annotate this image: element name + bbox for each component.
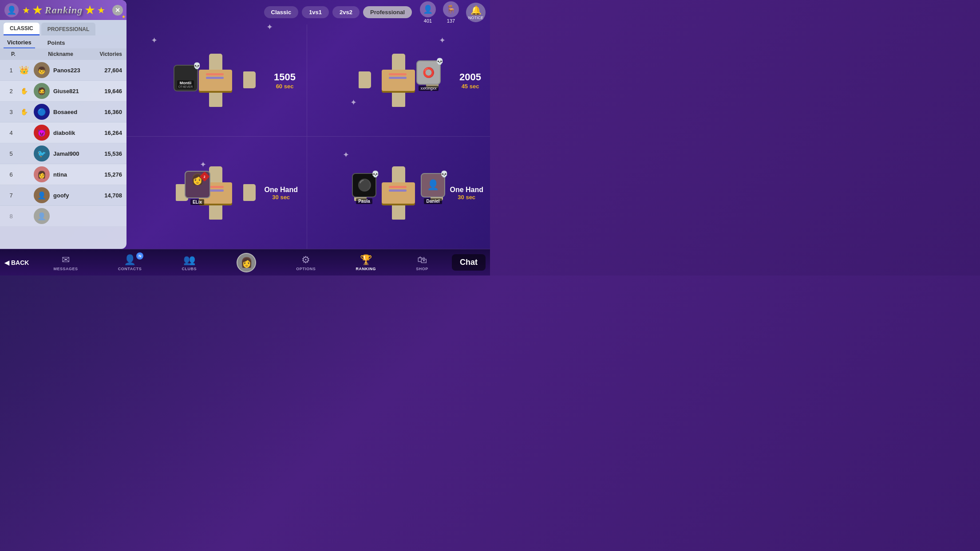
table-row[interactable]: 1 👑 👦 Panos223 27,604 (0, 60, 126, 81)
player-3-victories: 16,360 (87, 109, 122, 115)
chair-top-2 (392, 54, 405, 71)
options-icon: ⚙ (301, 254, 310, 266)
ranking-nav-label: RANKING (356, 267, 376, 271)
table4-timer: 30 sec (450, 193, 483, 200)
rank-3-badge: ✋ (18, 108, 30, 115)
player-xxkingxx[interactable]: ⭕ 💀 xxKingxx (416, 60, 441, 91)
game-table-3[interactable]: 👩 2 ELix One Hand 30 sec (124, 137, 307, 249)
mode-btn-2vs2[interactable]: 2vs2 (332, 6, 360, 18)
user-icon[interactable]: 👤 ★ (4, 3, 19, 17)
messages-label: MESSAGES (54, 267, 78, 271)
table-row[interactable]: 4 😈 diabolik 16,264 (0, 122, 126, 143)
nav-item-shop[interactable]: 🛍 SHOP (416, 254, 428, 271)
table-surface-4 (382, 182, 415, 204)
table4-info: One Hand 30 sec (450, 185, 483, 200)
chair-top-3 (209, 166, 222, 183)
player-elix[interactable]: 👩 2 ELix (185, 171, 210, 205)
tables-count: 137 (447, 18, 455, 24)
chair-bottom-4 (392, 203, 405, 220)
game-table-1[interactable]: Montii OT4EVER 💀 1505 60 sec (124, 24, 307, 137)
table-row[interactable]: 5 🐦 Jamal900 15,536 (0, 143, 126, 164)
tab-professional[interactable]: PROFESSIONAL (41, 23, 96, 35)
game-table-2[interactable]: ⭕ 💀 xxKingxx 2005 45 sec (307, 24, 490, 137)
table-row[interactable]: 7 👤 goofy 14,708 (0, 185, 126, 206)
table-row[interactable]: 2 ✋ 🧔 Giuse821 19,646 (0, 81, 126, 102)
mode-btn-professional[interactable]: Professional (363, 6, 412, 18)
subtab-victories[interactable]: Victories (4, 37, 35, 48)
player-2-victories: 19,646 (87, 88, 122, 94)
player-6-avatar: 👩 (34, 166, 50, 182)
ranking-title-text: Ranking (45, 4, 83, 16)
notice-button[interactable]: 🔔 NOTICE (466, 3, 486, 22)
mode-btn-classic[interactable]: Classic (264, 6, 299, 18)
bottom-nav: ◀ BACK ✉ MESSAGES 👤 CONTACTS N 👥 CLUBS (0, 249, 490, 276)
star-right-icon: ★ (97, 5, 105, 16)
tables-icon-item[interactable]: 🪑 137 (443, 1, 459, 24)
shop-label: SHOP (416, 267, 428, 271)
subtab-points[interactable]: Points (44, 37, 69, 48)
game-table-4[interactable]: ✦ ⚫ 💀 Paula (307, 137, 490, 249)
player-8-avatar: 👤 (34, 208, 50, 224)
player-montii[interactable]: Montii OT4EVER 💀 (174, 65, 198, 91)
table2-score: 2005 (459, 71, 481, 83)
tab-classic[interactable]: CLASSIC (4, 23, 40, 35)
nav-item-messages[interactable]: ✉ MESSAGES (54, 254, 78, 271)
rank-7-num: 7 (4, 192, 18, 199)
player-7-victories: 14,708 (87, 192, 122, 199)
clubs-icon: 👥 (183, 254, 195, 266)
options-label: OPTIONS (296, 267, 316, 271)
rank-8-num: 8 (4, 213, 18, 220)
chair-bottom-2 (392, 90, 405, 107)
rank-6-num: 6 (4, 171, 18, 178)
table-surface-2 (382, 70, 415, 91)
nav-avatar[interactable]: 👩 (237, 253, 256, 272)
nav-item-ranking[interactable]: 🏆 RANKING (356, 254, 376, 271)
player-paula[interactable]: ⚫ 💀 Paula (352, 173, 376, 204)
rank-3-num: 3 (4, 109, 18, 115)
star-big-left-icon: ★ (32, 3, 43, 17)
elix-name: ELix (190, 199, 204, 205)
table-row[interactable]: 6 👩 ntina 15,276 (0, 164, 126, 185)
ranking-table-header: P. Nickname Victories (0, 48, 126, 60)
messages-icon: ✉ (62, 254, 70, 266)
player-2-avatar: 🧔 (34, 83, 50, 99)
player-daniel[interactable]: 👤 💀 Daniel (421, 173, 445, 204)
table4-gametype: One Hand (450, 185, 483, 193)
back-arrow-icon: ◀ (4, 259, 9, 266)
chat-button[interactable]: Chat (452, 254, 486, 271)
table3-gametype: One Hand (264, 185, 298, 193)
back-button[interactable]: ◀ BACK (4, 259, 29, 266)
game-area: Montii OT4EVER 💀 1505 60 sec (124, 24, 490, 249)
table3-timer: 30 sec (264, 193, 298, 200)
contacts-label: CONTACTS (118, 267, 142, 271)
skull-xxkingxx: 💀 (436, 58, 443, 65)
header-nickname: Nickname (35, 51, 87, 57)
sparkle-table4: ✦ (343, 150, 349, 160)
table-row[interactable]: 3 ✋ 🔵 Bosaeed 16,360 (0, 102, 126, 122)
clubs-label: CLUBS (182, 267, 197, 271)
player-1-victories: 27,604 (87, 67, 122, 74)
mode-btn-1vs1[interactable]: 1vs1 (302, 6, 329, 18)
player-1-avatar: 👦 (34, 62, 50, 78)
nav-item-options[interactable]: ⚙ OPTIONS (296, 254, 316, 271)
nav-item-clubs[interactable]: 👥 CLUBS (182, 254, 197, 271)
table-row[interactable]: 8 👤 (0, 206, 126, 227)
friends-icon-item[interactable]: 👤 401 (420, 1, 436, 24)
chair-bottom-3 (209, 203, 222, 220)
close-button[interactable]: ✕ (112, 5, 123, 16)
header-pos: P. (4, 51, 22, 57)
player-5-avatar: 🐦 (34, 146, 50, 161)
player-4-nick: diabolik (53, 130, 87, 136)
back-label: BACK (11, 259, 29, 266)
player-6-victories: 15,276 (87, 171, 122, 178)
rank-1-badge: 👑 (18, 65, 30, 75)
table2-timer: 45 sec (459, 83, 481, 90)
player-5-victories: 15,536 (87, 150, 122, 157)
skull-daniel: 💀 (440, 170, 448, 177)
player-7-nick: goofy (53, 192, 87, 199)
nav-item-contacts[interactable]: 👤 CONTACTS N (118, 254, 142, 271)
chair-bottom-1 (209, 90, 222, 107)
mode-tabs: CLASSIC PROFESSIONAL (0, 20, 126, 35)
chair-right-1 (243, 71, 256, 88)
rank-5-num: 5 (4, 150, 18, 157)
